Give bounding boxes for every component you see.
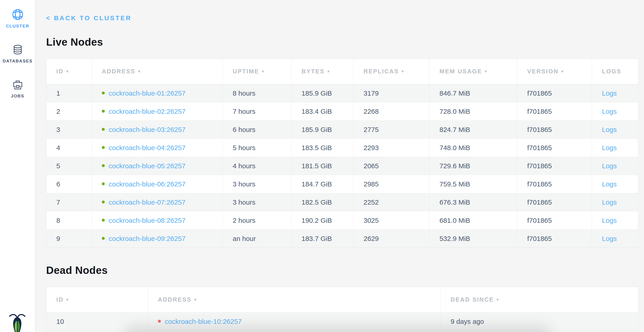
sort-arrow-icon: ▾	[66, 298, 69, 302]
node-version: f701865	[517, 84, 592, 102]
node-address-link[interactable]: cockroach-blue-01:26257	[108, 89, 186, 97]
node-logs-cell: Logs	[592, 175, 638, 193]
logs-link[interactable]: Logs	[602, 162, 617, 170]
logs-link[interactable]: Logs	[602, 89, 617, 97]
logs-link[interactable]: Logs	[602, 108, 617, 115]
column-header-id[interactable]: ID▾	[46, 287, 148, 313]
node-uptime: 6 hours	[223, 121, 292, 139]
cockroach-logo-icon[interactable]	[8, 313, 26, 332]
node-bytes: 190.2 GiB	[292, 211, 354, 230]
node-mem-usage: 532.9 MiB	[430, 230, 517, 248]
node-address-link[interactable]: cockroach-blue-09:26257	[108, 235, 186, 242]
node-version: f701865	[517, 230, 592, 248]
node-address-cell: cockroach-blue-05:26257	[92, 157, 223, 175]
node-bytes: 185.9 GiB	[292, 84, 354, 102]
node-logs-cell: Logs	[592, 230, 638, 248]
node-address-link[interactable]: cockroach-blue-02:26257	[108, 108, 186, 115]
sidebar: CLUSTER DATABASES JOBS	[0, 0, 36, 332]
logs-link[interactable]: Logs	[602, 180, 617, 188]
table-row: 9 cockroach-blue-09:26257 an hour 183.7 …	[46, 230, 638, 248]
column-header-uptime[interactable]: UPTIME▾	[223, 59, 292, 84]
table-row: 4 cockroach-blue-04:26257 5 hours 183.5 …	[46, 139, 638, 157]
node-bytes: 184.7 GiB	[292, 175, 354, 193]
live-status-dot-icon	[102, 237, 105, 240]
node-address-link[interactable]: cockroach-blue-07:26257	[108, 198, 186, 206]
node-address-cell: cockroach-blue-10:26257	[148, 313, 440, 331]
node-address-link[interactable]: cockroach-blue-04:26257	[108, 144, 186, 151]
node-address-cell: cockroach-blue-09:26257	[92, 230, 223, 248]
live-status-dot-icon	[102, 219, 105, 222]
sidebar-item-cluster[interactable]: CLUSTER	[0, 9, 35, 29]
sort-arrow-icon: ▾	[485, 69, 488, 74]
node-replicas: 2293	[354, 139, 430, 157]
live-status-dot-icon	[102, 91, 105, 94]
node-address-link[interactable]: cockroach-blue-05:26257	[108, 162, 186, 170]
node-address-cell: cockroach-blue-02:26257	[92, 102, 223, 121]
live-status-dot-icon	[102, 182, 105, 185]
node-address-link[interactable]: cockroach-blue-08:26257	[108, 217, 186, 224]
node-version: f701865	[517, 139, 592, 157]
node-address-link[interactable]: cockroach-blue-10:26257	[165, 318, 242, 325]
node-mem-usage: 681.0 MiB	[430, 211, 517, 230]
node-mem-usage: 728.0 MiB	[430, 102, 517, 121]
node-bytes: 183.5 GiB	[292, 139, 354, 157]
globe-icon	[12, 9, 24, 20]
sidebar-item-label: JOBS	[11, 94, 24, 99]
column-header-bytes[interactable]: BYTES▾	[292, 59, 354, 84]
node-mem-usage: 846.7 MiB	[430, 84, 517, 102]
node-id: 10	[46, 313, 148, 331]
dead-nodes-table: ID▾ ADDRESS▾ DEAD SINCE▾ 10 cockroach-bl…	[46, 287, 638, 331]
sidebar-item-jobs[interactable]: JOBS	[0, 79, 35, 99]
live-status-dot-icon	[102, 128, 105, 131]
column-header-address[interactable]: ADDRESS▾	[92, 59, 223, 84]
node-id: 5	[46, 157, 92, 175]
table-row: 6 cockroach-blue-06:26257 3 hours 184.7 …	[46, 175, 638, 193]
node-replicas: 2629	[354, 230, 430, 248]
live-status-dot-icon	[102, 146, 105, 149]
node-replicas: 3025	[354, 211, 430, 230]
node-bytes: 185.9 GiB	[292, 121, 354, 139]
database-icon	[12, 44, 23, 55]
column-header-address[interactable]: ADDRESS▾	[148, 287, 440, 313]
node-address-cell: cockroach-blue-04:26257	[92, 139, 223, 157]
column-header-version[interactable]: VERSION▾	[517, 59, 592, 84]
node-uptime: 8 hours	[223, 84, 292, 102]
node-mem-usage: 729.6 MiB	[430, 157, 517, 175]
logs-link[interactable]: Logs	[602, 217, 617, 224]
node-address-cell: cockroach-blue-07:26257	[92, 193, 223, 211]
live-status-dot-icon	[102, 110, 105, 113]
node-address-link[interactable]: cockroach-blue-06:26257	[108, 180, 186, 188]
node-bytes: 183.7 GiB	[292, 230, 354, 248]
column-header-mem-usage[interactable]: MEM USAGE▾	[430, 59, 517, 84]
node-bytes: 181.5 GiB	[292, 157, 354, 175]
sort-arrow-icon: ▾	[138, 69, 141, 74]
logs-link[interactable]: Logs	[602, 144, 617, 151]
node-uptime: 3 hours	[223, 193, 292, 211]
table-row: 2 cockroach-blue-02:26257 7 hours 183.4 …	[46, 102, 638, 121]
back-to-cluster-link[interactable]: < BACK TO CLUSTER	[46, 14, 132, 22]
node-address-cell: cockroach-blue-01:26257	[92, 84, 223, 102]
table-row: 3 cockroach-blue-03:26257 6 hours 185.9 …	[46, 121, 638, 139]
live-nodes-table: ID▾ ADDRESS▾ UPTIME▾ BYTES▾ REPLICAS▾ ME…	[46, 59, 638, 248]
table-row: 10 cockroach-blue-10:26257 9 days ago	[46, 313, 638, 331]
sort-arrow-icon: ▾	[194, 298, 197, 302]
logs-link[interactable]: Logs	[602, 198, 617, 206]
column-header-dead-since[interactable]: DEAD SINCE▾	[440, 287, 638, 313]
node-id: 3	[46, 121, 92, 139]
node-bytes: 182.5 GiB	[292, 193, 354, 211]
node-logs-cell: Logs	[592, 121, 638, 139]
node-uptime: an hour	[223, 230, 292, 248]
node-logs-cell: Logs	[592, 193, 638, 211]
sort-arrow-icon: ▾	[402, 69, 404, 74]
node-id: 6	[46, 175, 92, 193]
live-status-dot-icon	[102, 201, 105, 203]
column-header-replicas[interactable]: REPLICAS▾	[354, 59, 430, 84]
column-header-id[interactable]: ID▾	[46, 59, 92, 84]
live-nodes-title: Live Nodes	[46, 36, 638, 48]
sidebar-item-databases[interactable]: DATABASES	[0, 44, 35, 64]
node-address-cell: cockroach-blue-06:26257	[92, 175, 223, 193]
logs-link[interactable]: Logs	[602, 126, 617, 133]
logs-link[interactable]: Logs	[602, 235, 617, 242]
sort-arrow-icon: ▾	[66, 69, 69, 74]
node-address-link[interactable]: cockroach-blue-03:26257	[108, 126, 186, 133]
